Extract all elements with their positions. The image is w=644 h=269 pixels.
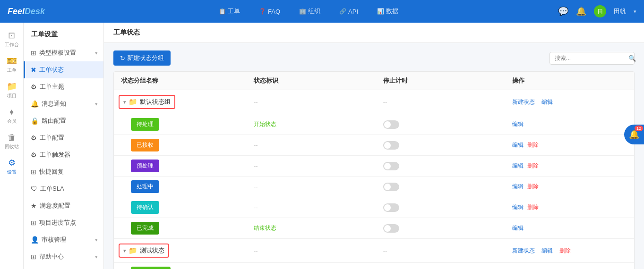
confirm-edit[interactable]: 编辑 <box>512 203 524 211</box>
sidebar-item-ticket[interactable]: 🎫 工单 <box>1 53 23 76</box>
pending-toggle[interactable] <box>383 120 399 129</box>
test-group-edit[interactable]: 编辑 <box>541 247 553 255</box>
received-toggle[interactable] <box>383 141 399 150</box>
nav-org[interactable]: 🏢 组织 <box>299 7 320 16</box>
sub-menu-trigger[interactable]: ⚙ 工单触发器 <box>24 146 103 163</box>
preprocessing-edit[interactable]: 编辑 <box>512 162 524 170</box>
processing-timer <box>376 183 505 191</box>
sub-menu-sla[interactable]: 🛡 工单SLA <box>24 180 103 197</box>
sub-sidebar: 工单设置 ⊞ 类型模板设置 ▾ ✖ 工单状态 ⚙ 工单主题 🔔 消息通知 ▾ 🔒… <box>24 23 104 269</box>
pending-edit[interactable]: 编辑 <box>512 120 524 128</box>
th-timer: 停止计时 <box>376 76 505 85</box>
processing-delete[interactable]: 删除 <box>527 183 539 191</box>
search-input[interactable] <box>555 55 626 61</box>
sla-icon: 🛡 <box>31 185 37 193</box>
user-dropdown-icon[interactable]: ▾ <box>634 8 636 15</box>
sub-menu-template[interactable]: ⊞ 类型模板设置 ▾ <box>24 44 103 61</box>
preprocessing-toggle[interactable] <box>383 162 399 170</box>
processing-edit[interactable]: 编辑 <box>512 183 524 191</box>
member-label: 会员 <box>7 118 17 125</box>
recycle-label: 回收站 <box>5 143 19 150</box>
status-row-received: 已接收 -- 编辑 删除 <box>114 135 634 156</box>
new-group-button[interactable]: ↻ 新建状态分组 <box>113 50 171 66</box>
default-group-chevron[interactable]: ▾ <box>123 99 126 105</box>
search-icon: 🔍 <box>628 55 636 62</box>
sidebar-item-recycle[interactable]: 🗑 回收站 <box>1 129 23 153</box>
completed-toggle[interactable] <box>383 224 399 233</box>
sub-menu-progress[interactable]: ⊞ 项目进度节点 <box>24 214 103 231</box>
user-name[interactable]: 田帆 <box>614 7 626 16</box>
sub-menu-notification[interactable]: 🔔 消息通知 ▾ <box>24 95 103 112</box>
sub-menu-audit[interactable]: 👤 审核管理 ▾ <box>24 231 103 248</box>
notification-chevron: ▾ <box>95 101 98 107</box>
nav-ticket[interactable]: 📋 工单 <box>219 7 240 16</box>
test-group-chevron[interactable]: ▾ <box>123 248 126 254</box>
processing-name-cell: 处理中 <box>114 180 246 193</box>
nav-bell-icon[interactable]: 🔔 <box>576 6 586 17</box>
sub-menu-config[interactable]: ⚙ 工单配置 <box>24 129 103 146</box>
group-row-test: ▾ 📁 测试状态 -- -- 新建状态 编辑 删除 <box>114 239 634 263</box>
default-group-edit[interactable]: 编辑 <box>541 98 553 106</box>
confirm-actions: 编辑 删除 <box>505 203 634 211</box>
completed-badge: 已完成 <box>131 222 159 235</box>
test-group-timer: -- <box>376 247 505 254</box>
confirm-toggle[interactable] <box>383 203 399 212</box>
test-group-new-status[interactable]: 新建状态 <box>512 247 535 255</box>
member-icon: ♦ <box>9 107 14 117</box>
faq-nav-icon: ❓ <box>259 8 266 15</box>
sidebar-item-settings[interactable]: ⚙ 设置 <box>1 155 23 178</box>
status-icon: ✖ <box>31 66 36 74</box>
pending-badge: 待处理 <box>131 118 159 131</box>
processing-actions: 编辑 删除 <box>505 183 634 191</box>
sub-menu-theme[interactable]: ⚙ 工单主题 <box>24 78 103 95</box>
test-group-folder-icon: 📁 <box>129 246 137 255</box>
project-icon: 📁 <box>7 81 17 92</box>
nav-api[interactable]: 🔗 API <box>339 7 358 16</box>
sla-label: 工单SLA <box>40 185 64 193</box>
search-box[interactable]: 🔍 <box>550 52 635 65</box>
test-group-name-cell: ▾ 📁 测试状态 <box>119 244 169 258</box>
audit-chevron: ▾ <box>95 237 98 243</box>
template-label: 类型模板设置 <box>39 49 76 57</box>
sub-menu-satisfaction[interactable]: ★ 满意度配置 <box>24 197 103 214</box>
org-nav-icon: 🏢 <box>299 8 306 15</box>
processing-toggle[interactable] <box>383 183 399 191</box>
sub-menu-quick-reply[interactable]: ⊞ 快捷回复 <box>24 163 103 180</box>
sidebar-item-project[interactable]: 📁 项目 <box>1 78 23 102</box>
avatar[interactable]: 田 <box>594 5 606 17</box>
sidebar-item-member[interactable]: ♦ 会员 <box>1 104 23 127</box>
help-chevron: ▾ <box>95 254 98 260</box>
preprocessing-name-cell: 预处理 <box>114 160 246 172</box>
received-edit[interactable]: 编辑 <box>512 141 524 149</box>
pending-name-cell: 待处理 <box>114 118 246 131</box>
sub-menu-route[interactable]: 🔒 路由配置 <box>24 112 103 129</box>
sub-menu-status[interactable]: ✖ 工单状态 <box>24 61 103 78</box>
nav-message-icon[interactable]: 💬 <box>558 6 568 17</box>
sub-menu-help[interactable]: ⊞ 帮助中心 ▾ <box>24 248 103 265</box>
completed-edit[interactable]: 编辑 <box>512 224 524 232</box>
trigger-icon: ⚙ <box>31 151 37 159</box>
received-delete[interactable]: 删除 <box>527 141 539 149</box>
default-group-new-status[interactable]: 新建状态 <box>512 98 535 106</box>
notification-bubble[interactable]: 🔔 12 <box>624 125 644 144</box>
preprocessing-actions: 编辑 删除 <box>505 162 634 170</box>
nav-faq[interactable]: ❓ FAQ <box>259 7 280 16</box>
preprocessing-status: -- <box>246 162 376 169</box>
logo[interactable]: FeelDesk <box>8 7 45 17</box>
layout: ⊡ 工作台 🎫 工单 📁 项目 ♦ 会员 🗑 回收站 ⚙ 设置 工单设置 ⊞ 类… <box>0 23 644 269</box>
status-row-test1: 测试状态一 开始状态 编辑 <box>114 263 634 269</box>
completed-name-cell: 已完成 <box>114 222 246 235</box>
preprocessing-delete[interactable]: 删除 <box>527 162 539 170</box>
theme-icon: ⚙ <box>31 83 37 91</box>
completed-status-label: 结束状态 <box>254 224 276 232</box>
settings-icon: ⚙ <box>8 158 16 168</box>
template-chevron: ▾ <box>95 50 98 56</box>
sidebar-item-workspace[interactable]: ⊡ 工作台 <box>1 27 23 51</box>
status-row-confirm: 待确认 -- 编辑 删除 <box>114 197 634 218</box>
default-group-timer: -- <box>376 99 505 106</box>
confirm-delete[interactable]: 删除 <box>527 203 539 211</box>
nav-data[interactable]: 📊 数据 <box>377 7 398 16</box>
sub-menu-notice[interactable]: 📢 公告管理 <box>24 265 103 269</box>
nav-org-label: 组织 <box>308 7 320 16</box>
test-group-delete[interactable]: 删除 <box>559 247 571 255</box>
